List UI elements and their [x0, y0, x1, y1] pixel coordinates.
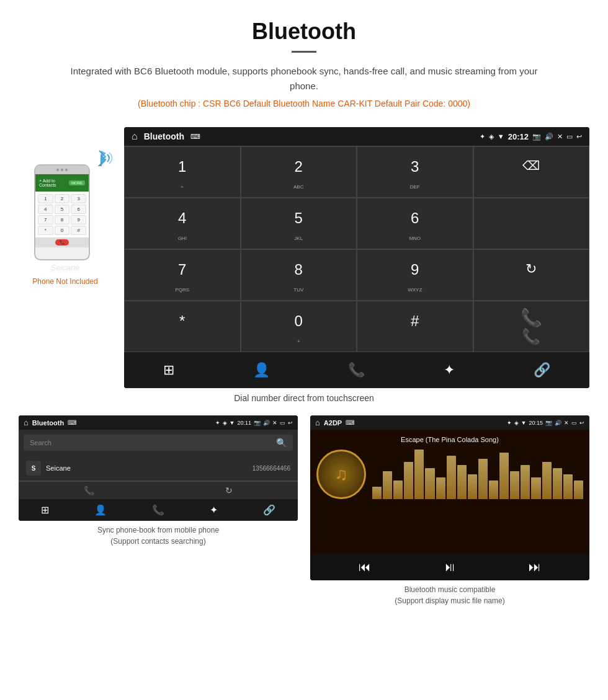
- phonebook-caption: Sync phone-book from mobile phone (Suppo…: [19, 525, 298, 547]
- music-title: A2DP: [324, 419, 342, 427]
- music-item: ⌂ A2DP ⌨ ✦ ◈ ▼ 20:15 📷 🔊 ✕ ▭ ↩ E: [310, 415, 589, 606]
- search-icon[interactable]: 🔍: [276, 438, 287, 448]
- pb-time: 20:11: [237, 420, 251, 426]
- description: Integrated with BC6 Bluetooth module, su…: [62, 64, 546, 94]
- dial-key-empty-1: [473, 198, 590, 249]
- dial-key-9[interactable]: 9 WXYZ: [357, 249, 473, 301]
- dial-key-2[interactable]: 2 ABC: [241, 146, 357, 198]
- toolbar-contacts-icon[interactable]: 👤: [241, 360, 282, 381]
- pb-loc-icon: ◈: [223, 420, 227, 426]
- pb-back-icon[interactable]: ↩: [288, 420, 293, 426]
- phone-body: + Add to Contacts MORE 123 456 789 *0# 📞: [34, 164, 90, 260]
- mu-close-icon[interactable]: ✕: [564, 420, 569, 426]
- entry-number: 13566664466: [253, 465, 290, 472]
- dial-key-7[interactable]: 7 PQRS: [124, 249, 241, 301]
- entry-avatar: S: [26, 461, 41, 476]
- mu-win-icon[interactable]: ▭: [571, 420, 577, 426]
- phonebook-icons: 📞 ↻: [19, 481, 298, 499]
- bottom-section: ⌂ Bluetooth ⌨ ✦ ◈ ▼ 20:11 📷 🔊 ✕ ▭ ↩: [0, 415, 608, 625]
- dial-key-refresh[interactable]: ↻: [473, 249, 590, 301]
- statusbar-title: Bluetooth: [144, 131, 184, 141]
- phone-screen: + Add to Contacts MORE: [35, 174, 89, 192]
- screen-statusbar: ⌂ Bluetooth ⌨ ✦ ◈ ▼ 20:12 📷 🔊 ✕ ▭ ↩: [124, 127, 589, 146]
- pb-bt-icon: ✦: [215, 420, 220, 426]
- dial-key-0[interactable]: 0 +: [241, 301, 357, 352]
- pb-tb-bt-icon[interactable]: ✦: [210, 504, 218, 516]
- dial-key-6[interactable]: 6 MNO: [357, 198, 473, 249]
- dial-key-hash[interactable]: #: [357, 301, 473, 352]
- bottom-toolbar: ⊞ 👤 📞 ✦ 🔗: [124, 352, 589, 388]
- dial-key-8[interactable]: 8 TUV: [241, 249, 357, 301]
- toolbar-dialpad-icon[interactable]: ⊞: [151, 360, 187, 381]
- toolbar-link-icon[interactable]: 🔗: [521, 360, 563, 381]
- dial-key-backspace[interactable]: ⌫: [473, 146, 590, 198]
- pb-win-icon[interactable]: ▭: [280, 420, 285, 426]
- phonebook-item: ⌂ Bluetooth ⌨ ✦ ◈ ▼ 20:11 📷 🔊 ✕ ▭ ↩: [19, 415, 298, 606]
- dial-key-star[interactable]: *: [124, 301, 241, 352]
- music-screen-body: Escape (The Pina Colada Song) ♫: [310, 430, 589, 554]
- pb-side-refresh-icon[interactable]: ↻: [225, 485, 233, 495]
- main-caption: Dial number direct from touchscreen: [0, 393, 608, 403]
- mu-bt-icon: ✦: [507, 420, 512, 426]
- pb-tb-user-icon[interactable]: 👤: [94, 504, 107, 516]
- album-art: ♫: [316, 450, 366, 499]
- camera-icon: 📷: [532, 133, 541, 141]
- phonebook-statusbar-right: ✦ ◈ ▼ 20:11 📷 🔊 ✕ ▭ ↩: [215, 420, 293, 426]
- specs-text: (Bluetooth chip : CSR BC6 Default Blueto…: [12, 99, 596, 109]
- music-main: ♫: [316, 450, 583, 499]
- mu-cam-icon: 📷: [545, 420, 552, 426]
- dialpad-grid: 1 ⌁ 2 ABC 3 DEF ⌫ 4 GHI 5 JKL: [124, 146, 589, 352]
- play-pause-button[interactable]: ⏯: [444, 560, 456, 574]
- close-icon[interactable]: ✕: [557, 133, 563, 141]
- music-statusbar: ⌂ A2DP ⌨ ✦ ◈ ▼ 20:15 📷 🔊 ✕ ▭ ↩: [310, 415, 589, 430]
- watermark: Seicane: [51, 263, 80, 272]
- equalizer-bars: [372, 450, 583, 499]
- toolbar-bluetooth-icon[interactable]: ✦: [431, 360, 467, 381]
- mu-back-icon[interactable]: ↩: [579, 420, 584, 426]
- phonebook-home-icon[interactable]: ⌂: [24, 418, 29, 427]
- pb-tb-grid-icon[interactable]: ⊞: [41, 504, 49, 516]
- dial-key-3[interactable]: 3 DEF: [357, 146, 473, 198]
- main-section: + Add to Contacts MORE 123 456 789 *0# 📞…: [0, 127, 608, 388]
- usb-icon: ⌨: [190, 133, 200, 141]
- pb-cam-icon: 📷: [254, 420, 261, 426]
- search-placeholder: Search: [30, 439, 51, 446]
- next-button[interactable]: ⏭: [529, 560, 541, 574]
- dial-key-4[interactable]: 4 GHI: [124, 198, 241, 249]
- phonebook-statusbar: ⌂ Bluetooth ⌨ ✦ ◈ ▼ 20:11 📷 🔊 ✕ ▭ ↩: [19, 415, 298, 430]
- pb-side-phone-icon[interactable]: 📞: [84, 485, 94, 495]
- title-divider: [292, 51, 316, 53]
- pb-tb-link-icon[interactable]: 🔗: [263, 504, 275, 516]
- phonebook-title: Bluetooth: [32, 419, 64, 427]
- music-screen: ⌂ A2DP ⌨ ✦ ◈ ▼ 20:15 📷 🔊 ✕ ▭ ↩ E: [310, 415, 589, 580]
- dial-key-calls[interactable]: 📞 📞: [473, 301, 590, 352]
- car-bluetooth-screen: ⌂ Bluetooth ⌨ ✦ ◈ ▼ 20:12 📷 🔊 ✕ ▭ ↩ 1 ⌁: [124, 127, 589, 388]
- bluetooth-waves-icon: [90, 146, 115, 175]
- mu-sig-icon: ▼: [521, 420, 527, 426]
- toolbar-phone-icon[interactable]: 📞: [336, 360, 377, 381]
- location-icon: ◈: [489, 133, 494, 141]
- window-icon[interactable]: ▭: [566, 133, 573, 141]
- prev-button[interactable]: ⏮: [359, 560, 371, 574]
- bt-icon: ✦: [480, 133, 485, 141]
- entry-name: Seicane: [46, 464, 253, 472]
- phone-sidebar: + Add to Contacts MORE 123 456 789 *0# 📞…: [19, 127, 112, 286]
- dial-key-5[interactable]: 5 JKL: [241, 198, 357, 249]
- mu-vol-icon: 🔊: [555, 420, 561, 426]
- home-icon[interactable]: ⌂: [132, 131, 138, 142]
- entry-letter: S: [32, 465, 36, 472]
- back-icon[interactable]: ↩: [576, 133, 582, 141]
- pb-close-icon[interactable]: ✕: [272, 420, 277, 426]
- music-home-icon[interactable]: ⌂: [315, 418, 320, 427]
- music-caption: Bluetooth music compatible (Support disp…: [310, 584, 589, 606]
- phone-illustration: + Add to Contacts MORE 123 456 789 *0# 📞: [34, 164, 96, 260]
- music-usb-icon: ⌨: [346, 419, 354, 426]
- phonebook-statusbar-left: ⌂ Bluetooth ⌨: [24, 418, 76, 427]
- signal-icon: ▼: [498, 133, 504, 140]
- pb-tb-phone-icon[interactable]: 📞: [152, 504, 164, 516]
- phonebook-search-bar[interactable]: Search 🔍: [24, 435, 293, 451]
- dial-key-1[interactable]: 1 ⌁: [124, 146, 241, 198]
- statusbar-right: ✦ ◈ ▼ 20:12 📷 🔊 ✕ ▭ ↩: [480, 132, 582, 141]
- phonebook-bottom-toolbar: ⊞ 👤 📞 ✦ 🔗: [19, 499, 298, 521]
- page-header: Bluetooth Integrated with BC6 Bluetooth …: [0, 0, 608, 127]
